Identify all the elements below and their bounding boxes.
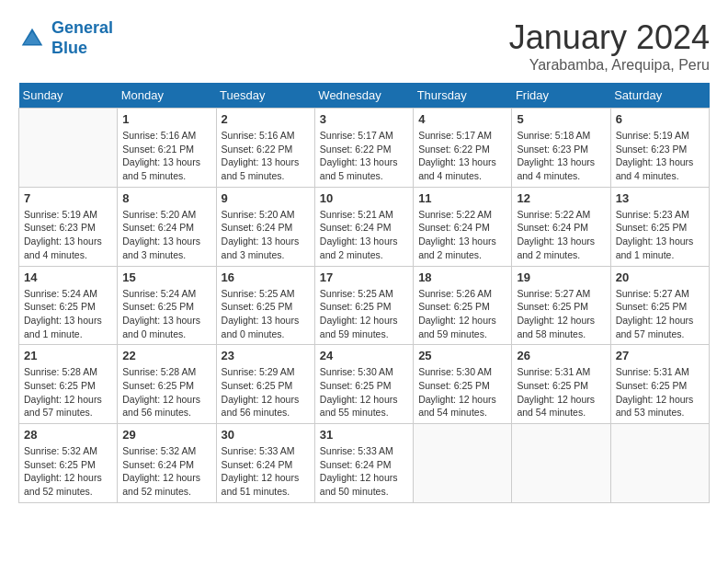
month-title: January 2024 bbox=[509, 18, 710, 57]
day-info: Sunrise: 5:30 AM Sunset: 6:25 PM Dayligh… bbox=[320, 365, 408, 419]
calendar-cell bbox=[512, 424, 610, 503]
calendar-cell: 29Sunrise: 5:32 AM Sunset: 6:24 PM Dayli… bbox=[118, 424, 216, 503]
day-number: 24 bbox=[320, 349, 408, 362]
calendar-cell: 4Sunrise: 5:17 AM Sunset: 6:22 PM Daylig… bbox=[414, 109, 512, 188]
day-number: 5 bbox=[517, 112, 605, 126]
calendar-cell: 23Sunrise: 5:29 AM Sunset: 6:25 PM Dayli… bbox=[216, 345, 314, 424]
calendar-cell: 16Sunrise: 5:25 AM Sunset: 6:25 PM Dayli… bbox=[216, 266, 314, 345]
day-number: 12 bbox=[517, 191, 605, 205]
calendar-cell: 13Sunrise: 5:23 AM Sunset: 6:25 PM Dayli… bbox=[610, 187, 709, 266]
calendar-cell bbox=[19, 109, 118, 188]
calendar-cell: 15Sunrise: 5:24 AM Sunset: 6:25 PM Dayli… bbox=[118, 266, 216, 345]
calendar-cell: 2Sunrise: 5:16 AM Sunset: 6:22 PM Daylig… bbox=[216, 109, 314, 188]
day-info: Sunrise: 5:28 AM Sunset: 6:25 PM Dayligh… bbox=[122, 365, 210, 419]
day-number: 30 bbox=[222, 428, 310, 442]
day-number: 8 bbox=[122, 191, 210, 205]
calendar-week-row: 21Sunrise: 5:28 AM Sunset: 6:25 PM Dayli… bbox=[19, 345, 710, 424]
weekday-header: Thursday bbox=[414, 83, 512, 109]
weekday-header: Sunday bbox=[19, 83, 118, 109]
day-number: 3 bbox=[320, 112, 408, 126]
day-number: 16 bbox=[222, 270, 310, 284]
day-info: Sunrise: 5:19 AM Sunset: 6:23 PM Dayligh… bbox=[24, 208, 112, 262]
weekday-header: Wednesday bbox=[314, 83, 413, 109]
day-info: Sunrise: 5:28 AM Sunset: 6:25 PM Dayligh… bbox=[24, 365, 112, 419]
calendar-cell: 6Sunrise: 5:19 AM Sunset: 6:23 PM Daylig… bbox=[610, 109, 709, 188]
calendar-cell: 7Sunrise: 5:19 AM Sunset: 6:23 PM Daylig… bbox=[19, 187, 118, 266]
day-number: 2 bbox=[222, 112, 310, 126]
day-number: 19 bbox=[517, 270, 605, 284]
day-info: Sunrise: 5:20 AM Sunset: 6:24 PM Dayligh… bbox=[222, 208, 310, 262]
day-number: 1 bbox=[122, 112, 210, 126]
day-info: Sunrise: 5:16 AM Sunset: 6:21 PM Dayligh… bbox=[122, 129, 210, 183]
weekday-header: Friday bbox=[512, 83, 610, 109]
day-info: Sunrise: 5:18 AM Sunset: 6:23 PM Dayligh… bbox=[517, 129, 605, 183]
day-info: Sunrise: 5:33 AM Sunset: 6:24 PM Dayligh… bbox=[222, 444, 310, 499]
calendar-week-row: 28Sunrise: 5:32 AM Sunset: 6:25 PM Dayli… bbox=[19, 424, 710, 503]
day-info: Sunrise: 5:25 AM Sunset: 6:25 PM Dayligh… bbox=[222, 287, 310, 341]
page-header: General Blue January 2024 Yarabamba, Are… bbox=[18, 18, 710, 74]
calendar-header-row: SundayMondayTuesdayWednesdayThursdayFrid… bbox=[19, 83, 710, 109]
day-info: Sunrise: 5:17 AM Sunset: 6:22 PM Dayligh… bbox=[320, 129, 408, 183]
day-info: Sunrise: 5:33 AM Sunset: 6:24 PM Dayligh… bbox=[320, 444, 408, 499]
calendar-cell: 27Sunrise: 5:31 AM Sunset: 6:25 PM Dayli… bbox=[610, 345, 709, 424]
day-number: 26 bbox=[517, 349, 605, 362]
calendar-cell: 5Sunrise: 5:18 AM Sunset: 6:23 PM Daylig… bbox=[512, 109, 610, 188]
day-number: 4 bbox=[418, 112, 506, 126]
day-number: 17 bbox=[320, 270, 408, 284]
day-number: 14 bbox=[24, 270, 112, 284]
logo-line1: General bbox=[51, 18, 113, 37]
calendar-cell: 9Sunrise: 5:20 AM Sunset: 6:24 PM Daylig… bbox=[216, 187, 314, 266]
day-info: Sunrise: 5:31 AM Sunset: 6:25 PM Dayligh… bbox=[616, 365, 704, 419]
calendar-cell: 12Sunrise: 5:22 AM Sunset: 6:24 PM Dayli… bbox=[512, 187, 610, 266]
calendar-cell: 30Sunrise: 5:33 AM Sunset: 6:24 PM Dayli… bbox=[216, 424, 314, 503]
calendar-week-row: 7Sunrise: 5:19 AM Sunset: 6:23 PM Daylig… bbox=[19, 187, 710, 266]
calendar-table: SundayMondayTuesdayWednesdayThursdayFrid… bbox=[18, 83, 710, 503]
logo-icon bbox=[18, 25, 46, 52]
day-number: 22 bbox=[122, 349, 210, 362]
day-number: 27 bbox=[616, 349, 704, 362]
calendar-cell: 19Sunrise: 5:27 AM Sunset: 6:25 PM Dayli… bbox=[512, 266, 610, 345]
day-number: 6 bbox=[616, 112, 704, 126]
day-info: Sunrise: 5:27 AM Sunset: 6:25 PM Dayligh… bbox=[616, 287, 704, 341]
calendar-cell: 28Sunrise: 5:32 AM Sunset: 6:25 PM Dayli… bbox=[19, 424, 118, 503]
day-info: Sunrise: 5:30 AM Sunset: 6:25 PM Dayligh… bbox=[418, 365, 506, 419]
day-info: Sunrise: 5:26 AM Sunset: 6:25 PM Dayligh… bbox=[418, 287, 506, 341]
day-info: Sunrise: 5:25 AM Sunset: 6:25 PM Dayligh… bbox=[320, 287, 408, 341]
calendar-cell: 25Sunrise: 5:30 AM Sunset: 6:25 PM Dayli… bbox=[414, 345, 512, 424]
day-info: Sunrise: 5:20 AM Sunset: 6:24 PM Dayligh… bbox=[122, 208, 210, 262]
day-info: Sunrise: 5:27 AM Sunset: 6:25 PM Dayligh… bbox=[517, 287, 605, 341]
calendar-cell: 20Sunrise: 5:27 AM Sunset: 6:25 PM Dayli… bbox=[610, 266, 709, 345]
calendar-cell: 26Sunrise: 5:31 AM Sunset: 6:25 PM Dayli… bbox=[512, 345, 610, 424]
calendar-cell: 3Sunrise: 5:17 AM Sunset: 6:22 PM Daylig… bbox=[314, 109, 413, 188]
logo-line2: Blue bbox=[51, 39, 87, 57]
day-number: 13 bbox=[616, 191, 704, 205]
day-info: Sunrise: 5:24 AM Sunset: 6:25 PM Dayligh… bbox=[24, 287, 112, 341]
calendar-cell: 18Sunrise: 5:26 AM Sunset: 6:25 PM Dayli… bbox=[414, 266, 512, 345]
day-info: Sunrise: 5:31 AM Sunset: 6:25 PM Dayligh… bbox=[517, 365, 605, 419]
title-block: January 2024 Yarabamba, Arequipa, Peru bbox=[509, 18, 710, 74]
day-number: 28 bbox=[24, 428, 112, 442]
location: Yarabamba, Arequipa, Peru bbox=[509, 57, 710, 74]
calendar-cell: 21Sunrise: 5:28 AM Sunset: 6:25 PM Dayli… bbox=[19, 345, 118, 424]
calendar-cell: 31Sunrise: 5:33 AM Sunset: 6:24 PM Dayli… bbox=[314, 424, 413, 503]
day-info: Sunrise: 5:32 AM Sunset: 6:25 PM Dayligh… bbox=[24, 444, 112, 499]
calendar-cell: 1Sunrise: 5:16 AM Sunset: 6:21 PM Daylig… bbox=[118, 109, 216, 188]
day-number: 25 bbox=[418, 349, 506, 362]
day-info: Sunrise: 5:22 AM Sunset: 6:24 PM Dayligh… bbox=[517, 208, 605, 262]
day-info: Sunrise: 5:22 AM Sunset: 6:24 PM Dayligh… bbox=[418, 208, 506, 262]
day-info: Sunrise: 5:16 AM Sunset: 6:22 PM Dayligh… bbox=[222, 129, 310, 183]
day-info: Sunrise: 5:19 AM Sunset: 6:23 PM Dayligh… bbox=[616, 129, 704, 183]
weekday-header: Monday bbox=[118, 83, 216, 109]
calendar-cell: 22Sunrise: 5:28 AM Sunset: 6:25 PM Dayli… bbox=[118, 345, 216, 424]
day-info: Sunrise: 5:24 AM Sunset: 6:25 PM Dayligh… bbox=[122, 287, 210, 341]
day-info: Sunrise: 5:32 AM Sunset: 6:24 PM Dayligh… bbox=[122, 444, 210, 499]
calendar-cell: 24Sunrise: 5:30 AM Sunset: 6:25 PM Dayli… bbox=[314, 345, 413, 424]
day-number: 20 bbox=[616, 270, 704, 284]
day-number: 18 bbox=[418, 270, 506, 284]
calendar-cell bbox=[414, 424, 512, 503]
day-number: 11 bbox=[418, 191, 506, 205]
day-number: 7 bbox=[24, 191, 112, 205]
calendar-cell: 17Sunrise: 5:25 AM Sunset: 6:25 PM Dayli… bbox=[314, 266, 413, 345]
calendar-cell bbox=[610, 424, 709, 503]
calendar-week-row: 1Sunrise: 5:16 AM Sunset: 6:21 PM Daylig… bbox=[19, 109, 710, 188]
